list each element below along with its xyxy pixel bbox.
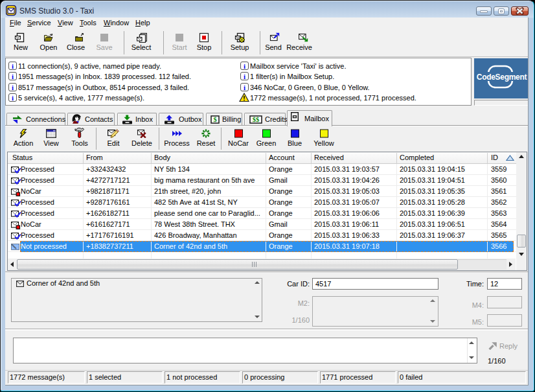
svg-text:CodeSegment: CodeSegment bbox=[477, 73, 527, 82]
svg-text:$: $ bbox=[213, 116, 216, 123]
svg-text:$$: $$ bbox=[253, 116, 260, 123]
